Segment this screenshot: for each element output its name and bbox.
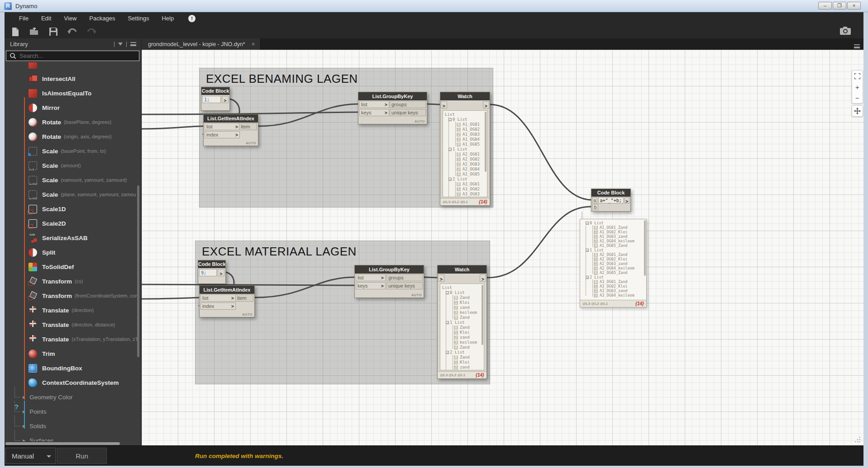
library-item-boundingbox[interactable]: BoundingBox	[5, 361, 141, 375]
input-port-index[interactable]: index>	[205, 131, 240, 138]
library-item-scale[interactable]: 1:XYZScale(xamount, yamount, zamount)	[5, 173, 141, 187]
wire[interactable]	[142, 126, 203, 129]
output-port-item[interactable]: item	[235, 294, 253, 302]
workspace-menu-button[interactable]	[854, 42, 860, 50]
library-item-scale[interactable]: Scale(basePoint, from, to)	[5, 144, 141, 158]
input-port-a[interactable]: a	[592, 197, 597, 203]
list-group-header[interactable]: 1 List	[442, 320, 484, 325]
library-item-rotate[interactable]: Rotate(origin, axis, degrees)	[5, 129, 141, 144]
node-title[interactable]: List.GetItemAtIndex	[204, 114, 258, 123]
library-item-scale[interactable]: 1:XYZScale(plane, xamount, yamount, zamo…	[5, 187, 141, 202]
menu-item-file[interactable]: File	[13, 12, 35, 25]
library-item-rotate[interactable]: Rotate(basePlane, degrees)	[5, 115, 141, 129]
list-group-header[interactable]: 0 List	[442, 290, 484, 295]
library-item-scale2d[interactable]: Scale2D	[5, 216, 141, 231]
library-category-solids[interactable]: ▶Solids	[5, 419, 141, 433]
menu-item-view[interactable]: View	[57, 12, 83, 25]
library-item-translate[interactable]: Translate(direction, distance)	[5, 317, 141, 332]
tab-close-icon[interactable]: ×	[252, 41, 255, 47]
input-port-keys[interactable]: keys>	[359, 109, 389, 116]
code-block-node-concat[interactable]: Code Block a a+"_"+b; > b	[591, 189, 631, 212]
library-item-tosoliddef[interactable]: ToSolidDef	[5, 260, 141, 274]
collapse-icon[interactable]	[448, 178, 452, 181]
output-port[interactable]: >	[625, 197, 630, 203]
library-vertical-scrollbar[interactable]	[137, 185, 139, 357]
export-image-button[interactable]	[840, 27, 851, 37]
notifications-icon[interactable]: !	[188, 15, 196, 22]
lacing-badge[interactable]: AUTO	[242, 312, 253, 317]
library-item-scale[interactable]: 1:XScale(amount)	[5, 158, 141, 173]
library-category-points[interactable]: ▶Points	[5, 404, 141, 419]
node-title[interactable]: List.GetItemAtIndex	[200, 286, 254, 294]
library-menu-icon[interactable]	[130, 42, 136, 46]
maximize-button[interactable]: ❐	[833, 2, 846, 9]
data-preview-panel[interactable]: 0 List0A1_OG01_Zand1A1_OG02_Klei2A1_OG03…	[580, 219, 647, 307]
input-port-list[interactable]: list>	[200, 294, 236, 302]
code-input[interactable]: 9;	[199, 269, 217, 276]
resize-grip[interactable]	[855, 437, 861, 443]
watch-input-port[interactable]: >	[441, 101, 447, 109]
output-port-unique-keys[interactable]: unique keys	[386, 282, 423, 289]
code-input[interactable]: a+"_"+b;	[598, 197, 624, 203]
minimize-button[interactable]: –	[818, 2, 832, 9]
get-item-at-index-node-bottom[interactable]: List.GetItemAtIndex list> index> item AU…	[199, 285, 255, 317]
node-title[interactable]: Code Block	[198, 260, 225, 268]
group-by-key-node-top[interactable]: List.GroupByKey list> keys> groups uniqu…	[358, 92, 427, 124]
wire[interactable]	[487, 207, 591, 278]
node-title[interactable]: Code Block	[201, 87, 229, 95]
search-input[interactable]	[19, 52, 123, 60]
library-item-transform[interactable]: Transform(cs)	[5, 274, 141, 288]
menu-item-settings[interactable]: Settings	[121, 12, 155, 25]
menu-item-help[interactable]: Help	[155, 12, 180, 25]
wire[interactable]	[142, 298, 199, 299]
lacing-badge[interactable]: AUTO	[411, 293, 422, 297]
list-levels-label[interactable]: @L3 @L2 @L1	[440, 373, 465, 377]
collapse-icon[interactable]	[446, 351, 449, 354]
collapse-icon[interactable]	[446, 291, 449, 294]
close-button[interactable]: ×	[847, 2, 861, 9]
library-item-transform[interactable]: Transform(fromCoordinateSystem, con	[5, 288, 141, 303]
menu-item-edit[interactable]: Edit	[35, 12, 57, 25]
wire[interactable]	[490, 104, 591, 200]
collapse-icon[interactable]	[586, 222, 589, 225]
collapse-icon[interactable]	[586, 249, 589, 252]
code-block-node-bottom[interactable]: Code Block 9; >	[198, 260, 226, 284]
library-horizontal-scrollbar[interactable]	[5, 442, 120, 445]
new-file-button[interactable]	[10, 27, 21, 37]
input-port-keys[interactable]: keys>	[356, 282, 386, 289]
watch-scrollbar[interactable]	[485, 112, 486, 172]
list-group-header[interactable]: 1 List	[582, 248, 646, 252]
library-item-trim[interactable]: Trim	[5, 346, 141, 361]
lacing-badge[interactable]: AUTO	[415, 119, 425, 123]
group-title[interactable]: EXCEL MATERIAAL LAGEN	[196, 241, 490, 259]
library-category-geometry-color[interactable]: ▶Geometry Color	[5, 390, 141, 404]
input-port-list[interactable]: list>	[356, 274, 386, 281]
code-block-node-top[interactable]: Code Block 1; >	[201, 87, 230, 111]
output-port-groups[interactable]: groups	[386, 274, 423, 281]
collapse-icon[interactable]	[586, 276, 589, 279]
list-group-header[interactable]: 2 List	[445, 177, 487, 182]
list-group-header[interactable]: 2 List	[442, 350, 484, 355]
get-item-at-index-node-top[interactable]: List.GetItemAtIndex list> index> item AU…	[203, 114, 258, 146]
library-item-serializeassab[interactable]: SerializeAsSAB	[5, 231, 141, 245]
output-port[interactable]: >	[218, 269, 224, 276]
library-item-intersectall[interactable]: IntersectAll	[5, 71, 141, 86]
library-search[interactable]	[6, 51, 139, 61]
run-mode-dropdown[interactable]: Manual	[5, 448, 56, 464]
watch-node-bottom[interactable]: Watch > > List0 List0Zand1Klei2zand3keil…	[437, 265, 487, 379]
input-port-list[interactable]: list>	[359, 101, 389, 108]
list-group-header[interactable]: 0 List	[445, 117, 487, 122]
group-by-key-node-bottom[interactable]: List.GroupByKey list> keys> groups uniqu…	[354, 265, 424, 298]
watch-output-port[interactable]: >	[483, 101, 489, 109]
canvas[interactable]: EXCEL BENAMING LAGEN EXCEL MATERIAAL LAG…	[142, 50, 863, 445]
lacing-badge[interactable]: AUTO	[246, 141, 256, 145]
collapse-icon[interactable]	[448, 118, 452, 121]
library-item-contextcoordinatesystem[interactable]: ContextCoordinateSystem	[5, 375, 141, 390]
output-port[interactable]: >	[222, 96, 229, 103]
redo-button[interactable]	[86, 27, 97, 37]
input-port-b[interactable]: b	[592, 204, 598, 210]
library-category-surfaces[interactable]: ▶Surfaces	[5, 433, 141, 441]
library-item-isalmostequalto[interactable]: IsAlmostEqualTo	[5, 86, 141, 100]
title-bar[interactable]: R Dynamo – ❐ ×	[0, 0, 868, 12]
input-port-list[interactable]: list>	[205, 123, 240, 130]
